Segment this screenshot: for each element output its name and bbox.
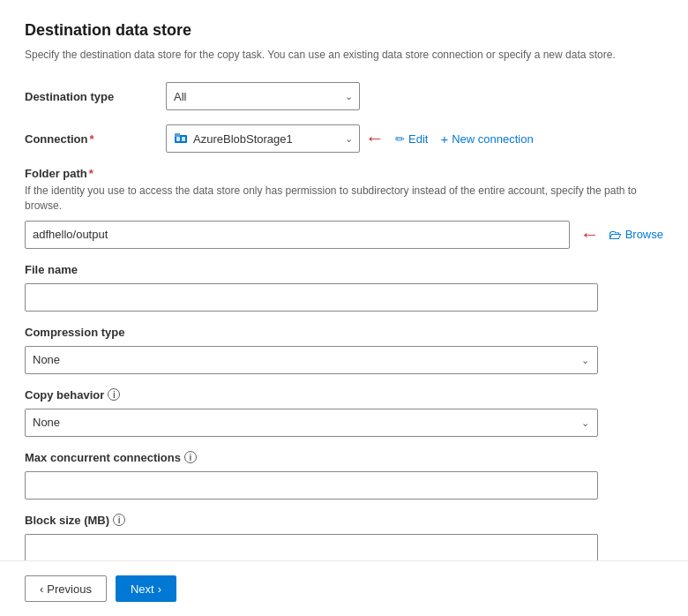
copy-behavior-field-row: Copy behavior i None PreserveHierarchy F… [25, 388, 663, 437]
block-size-info-icon: i [113, 514, 125, 526]
compression-type-section: Compression type None gzip bzip2 deflate… [25, 326, 663, 374]
next-button[interactable]: Next › [116, 575, 176, 602]
file-name-input[interactable] [25, 283, 598, 312]
plus-icon: + [440, 131, 448, 146]
connection-actions: ✏ Edit + New connection [395, 131, 534, 146]
max-concurrent-label: Max concurrent connections i [25, 451, 663, 464]
destination-type-select[interactable]: All [166, 82, 360, 110]
copy-behavior-select[interactable]: None PreserveHierarchy FlattenHierarchy … [25, 409, 598, 437]
destination-type-select-wrapper: All ⌄ [166, 82, 360, 110]
file-name-label: File name [25, 263, 663, 276]
max-concurrent-field-row: Max concurrent connections i [25, 451, 663, 500]
file-name-field-row: File name [25, 263, 663, 312]
folder-required-star: * [89, 167, 93, 180]
copy-behavior-select-wrapper: None PreserveHierarchy FlattenHierarchy … [25, 409, 598, 437]
folder-red-arrow-icon: ← [580, 223, 600, 246]
page-description: Specify the destination data store for t… [25, 47, 663, 63]
connection-row-wrap: AzureBlobStorage1 ⌄ ← ✏ Edit + New conne… [166, 124, 534, 153]
compression-type-label: Compression type [25, 326, 663, 339]
block-size-input[interactable] [25, 534, 598, 562]
copy-behavior-section: Copy behavior i None PreserveHierarchy F… [25, 388, 663, 437]
svg-rect-2 [182, 137, 185, 141]
browse-folder-icon: 🗁 [609, 227, 622, 242]
block-size-field-row: Block size (MB) i [25, 514, 663, 562]
connection-select-wrapper[interactable]: AzureBlobStorage1 ⌄ [166, 124, 360, 153]
previous-button[interactable]: ‹ Previous [25, 575, 107, 602]
browse-link[interactable]: 🗁 Browse [609, 227, 663, 242]
copy-behavior-info-icon: i [108, 388, 120, 401]
connection-red-arrow-icon: ← [365, 129, 385, 148]
folder-path-input[interactable] [25, 221, 570, 249]
edit-pencil-icon: ✏ [395, 132, 405, 146]
max-concurrent-info-icon: i [184, 451, 197, 463]
page-title: Destination data store [25, 21, 663, 40]
previous-arrow-icon: ‹ [40, 582, 43, 596]
connection-value: AzureBlobStorage1 [193, 132, 293, 146]
footer: ‹ Previous Next › [0, 560, 688, 616]
copy-behavior-label: Copy behavior i [25, 388, 663, 402]
connection-select[interactable]: AzureBlobStorage1 [166, 124, 360, 153]
folder-path-section: Folder path* If the identity you use to … [25, 167, 663, 249]
file-name-section: File name [25, 263, 663, 312]
svg-rect-3 [175, 133, 180, 137]
destination-type-control: All ⌄ [166, 82, 663, 110]
block-size-section: Block size (MB) i [25, 514, 663, 562]
destination-type-label: Destination type [25, 90, 166, 103]
folder-path-row: ← 🗁 Browse [25, 221, 663, 249]
block-size-label: Block size (MB) i [25, 514, 663, 527]
destination-type-row: Destination type All ⌄ [25, 82, 663, 110]
connection-control: AzureBlobStorage1 ⌄ ← ✏ Edit + New conne… [166, 124, 663, 153]
max-concurrent-input[interactable] [25, 471, 598, 500]
required-star: * [90, 132, 94, 146]
compression-type-select[interactable]: None gzip bzip2 deflate ZipDeflate TarGz… [25, 346, 598, 374]
compression-type-field-row: Compression type None gzip bzip2 deflate… [25, 326, 663, 374]
compression-type-select-wrapper: None gzip bzip2 deflate ZipDeflate TarGz… [25, 346, 598, 374]
folder-path-label: Folder path* [25, 167, 663, 180]
connection-label: Connection* [25, 132, 166, 146]
edit-link[interactable]: ✏ Edit [395, 132, 428, 146]
max-concurrent-section: Max concurrent connections i [25, 451, 663, 500]
folder-path-description: If the identity you use to access the da… [25, 184, 663, 214]
next-arrow-icon: › [158, 582, 161, 596]
new-connection-link[interactable]: + New connection [440, 131, 533, 146]
svg-rect-1 [176, 137, 180, 141]
azure-blob-icon [174, 131, 188, 146]
connection-row: Connection* AzureBlobStorage1 [25, 124, 663, 153]
